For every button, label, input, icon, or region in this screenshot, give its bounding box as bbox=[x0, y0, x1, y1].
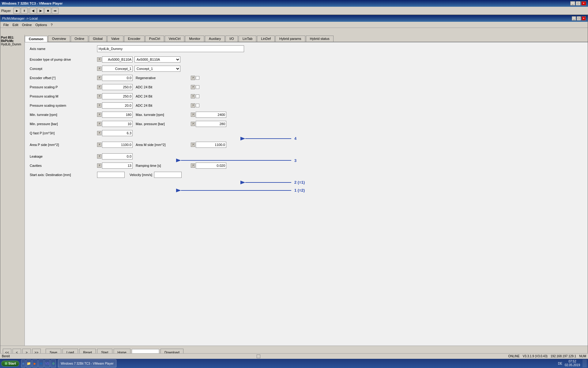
tab-valve[interactable]: Valve bbox=[107, 36, 123, 42]
step-forward-button[interactable]: |▶ bbox=[37, 8, 44, 14]
leakage-input[interactable] bbox=[102, 153, 133, 159]
leakage-help[interactable]: ? bbox=[97, 154, 101, 159]
tab-common[interactable]: Common bbox=[25, 36, 47, 42]
concept-help[interactable]: ? bbox=[97, 67, 101, 71]
axis-name-input[interactable] bbox=[97, 45, 244, 52]
menu-options[interactable]: Options bbox=[34, 23, 49, 27]
q-fast-p-help[interactable]: ? bbox=[97, 131, 101, 135]
pressure-m-help[interactable]: ? bbox=[97, 94, 101, 98]
fast-forward-button[interactable]: ⏭ bbox=[52, 8, 58, 14]
max-turnrate-input[interactable] bbox=[196, 112, 226, 118]
encoder-type-input[interactable] bbox=[102, 56, 133, 63]
tab-online[interactable]: Online bbox=[71, 36, 89, 42]
ramping-input[interactable] bbox=[196, 163, 226, 169]
taskbar-outlook-icon[interactable]: ✉ bbox=[38, 359, 44, 367]
regenerative-section: Regenerative ? bbox=[136, 76, 199, 80]
concept-dropdown[interactable]: Concept_1 bbox=[134, 66, 180, 72]
min-turnrate-help[interactable]: ? bbox=[97, 113, 101, 117]
taskbar-ie-icon[interactable]: e bbox=[21, 359, 25, 367]
pressure-sys-row: Pressure scaling system ? ADC 24 Bit ? bbox=[30, 102, 583, 109]
tab-auxilary[interactable]: Auxilary bbox=[205, 36, 225, 42]
app-maximize-button[interactable]: □ bbox=[577, 16, 581, 21]
menu-file[interactable]: File bbox=[2, 23, 11, 27]
record-button[interactable]: ⏺ bbox=[44, 8, 51, 14]
cavities-help[interactable]: ? bbox=[97, 163, 101, 168]
step-back-button[interactable]: ◀| bbox=[30, 8, 36, 14]
taskbar-show-desktop[interactable] bbox=[582, 359, 587, 367]
close-button[interactable]: ✕ bbox=[581, 1, 586, 6]
area-p-input[interactable] bbox=[102, 142, 133, 148]
ramping-help[interactable]: ? bbox=[191, 163, 195, 168]
taskbar-left: ⊞ Start e 📁 ▶ ✉ VS ⚙ Windows 7 32Bit TC3… bbox=[1, 359, 116, 367]
tab-lindef[interactable]: LinDef bbox=[257, 36, 275, 42]
tab-veloctrl[interactable]: VeloCtrl bbox=[165, 36, 185, 42]
menu-edit[interactable]: Edit bbox=[11, 23, 20, 27]
taskbar-app-icon[interactable]: ⚙ bbox=[51, 359, 56, 367]
tab-hybrid-params[interactable]: Hybrid params bbox=[275, 36, 305, 42]
velocity-input[interactable] bbox=[154, 172, 182, 178]
tab-hybrid-status[interactable]: Hybrid status bbox=[306, 36, 334, 42]
adc-24bit-3-checkbox[interactable] bbox=[196, 104, 199, 107]
encoder-offset-help[interactable]: ? bbox=[97, 76, 101, 80]
app-minimize-button[interactable]: _ bbox=[572, 16, 576, 21]
tab-overview[interactable]: Overview bbox=[48, 36, 70, 42]
adc-24bit-2-checkbox[interactable] bbox=[196, 94, 199, 98]
min-turnrate-input[interactable] bbox=[102, 112, 133, 118]
app-close-button[interactable]: ✕ bbox=[582, 16, 586, 21]
encoder-offset-input[interactable] bbox=[102, 75, 133, 81]
pressure-sys-input[interactable] bbox=[102, 102, 133, 109]
play-button[interactable]: ▶ bbox=[13, 8, 20, 14]
adc-24bit-1-help[interactable]: ? bbox=[191, 85, 195, 89]
tab-monitor[interactable]: Monitor bbox=[185, 36, 204, 42]
tab-bar: Common Overview Online Global Valve Enco… bbox=[25, 35, 588, 42]
start-axis-input[interactable] bbox=[97, 172, 125, 178]
pressure-p-input[interactable] bbox=[102, 84, 133, 90]
maximize-button[interactable]: □ bbox=[576, 1, 581, 6]
max-pressure-help[interactable]: ? bbox=[191, 122, 195, 126]
adc-24bit-1-checkbox[interactable] bbox=[196, 85, 199, 89]
cavities-input[interactable] bbox=[102, 163, 133, 169]
minimize-button[interactable]: _ bbox=[570, 1, 575, 6]
scroll-btn[interactable] bbox=[257, 355, 260, 358]
adc-24bit-2-help[interactable]: ? bbox=[191, 94, 195, 98]
encoder-type-dropdown[interactable]: Ax5000_B110A bbox=[134, 56, 180, 63]
concept-label: Concept bbox=[30, 67, 97, 71]
pause-button[interactable]: ⏸ bbox=[21, 8, 28, 14]
taskbar-media-icon[interactable]: ▶ bbox=[32, 359, 38, 367]
tab-encoder[interactable]: Encoder bbox=[124, 36, 145, 42]
tab-io[interactable]: I/O bbox=[225, 36, 238, 42]
min-pressure-input[interactable] bbox=[102, 121, 133, 127]
pressure-p-help[interactable]: ? bbox=[97, 85, 101, 89]
max-pressure-label: Max. pressure [bar] bbox=[136, 122, 191, 126]
adc-24bit-1-section: ADC 24 Bit ? bbox=[136, 85, 199, 89]
concept-input[interactable] bbox=[102, 66, 133, 72]
taskbar-explorer-icon[interactable]: 📁 bbox=[26, 359, 32, 367]
svg-text:1 (=2): 1 (=2) bbox=[294, 188, 305, 193]
area-p-help[interactable]: ? bbox=[97, 143, 101, 147]
encoder-type-help[interactable]: ? bbox=[97, 57, 101, 62]
min-pressure-help[interactable]: ? bbox=[97, 122, 101, 126]
title-bar-controls: _ □ ✕ bbox=[570, 1, 586, 6]
tab-posctrl[interactable]: PosCtrl bbox=[145, 36, 164, 42]
menu-help[interactable]: ? bbox=[49, 23, 54, 27]
area-m-input[interactable] bbox=[196, 142, 226, 148]
pressure-m-input[interactable] bbox=[102, 93, 133, 99]
pressure-sys-help[interactable]: ? bbox=[97, 103, 101, 108]
app-title: PlcMcManager -> Local bbox=[2, 17, 38, 20]
player-toolbar: Player ▶ ⏸ ◀| |▶ ⏺ ⏭ bbox=[0, 7, 588, 15]
taskbar-vs-icon[interactable]: VS bbox=[44, 359, 50, 367]
start-button-taskbar[interactable]: ⊞ Start bbox=[1, 361, 19, 366]
area-m-help[interactable]: ? bbox=[191, 143, 195, 147]
adc-24bit-2-section: ADC 24 Bit ? bbox=[136, 94, 199, 98]
status-num: NUM bbox=[579, 355, 586, 358]
max-turnrate-help[interactable]: ? bbox=[191, 113, 195, 117]
taskbar-running-app[interactable]: Windows 7 32Bit TC3 - VMware Player bbox=[58, 359, 116, 367]
menu-online[interactable]: Online bbox=[20, 23, 34, 27]
regenerative-checkbox[interactable] bbox=[196, 76, 199, 80]
q-fast-p-input[interactable] bbox=[102, 130, 133, 136]
max-pressure-input[interactable] bbox=[196, 121, 226, 127]
tab-lintab[interactable]: LinTab bbox=[239, 36, 256, 42]
regenerative-help[interactable]: ? bbox=[191, 76, 195, 80]
tab-global[interactable]: Global bbox=[89, 36, 107, 42]
adc-24bit-3-help[interactable]: ? bbox=[191, 103, 195, 108]
